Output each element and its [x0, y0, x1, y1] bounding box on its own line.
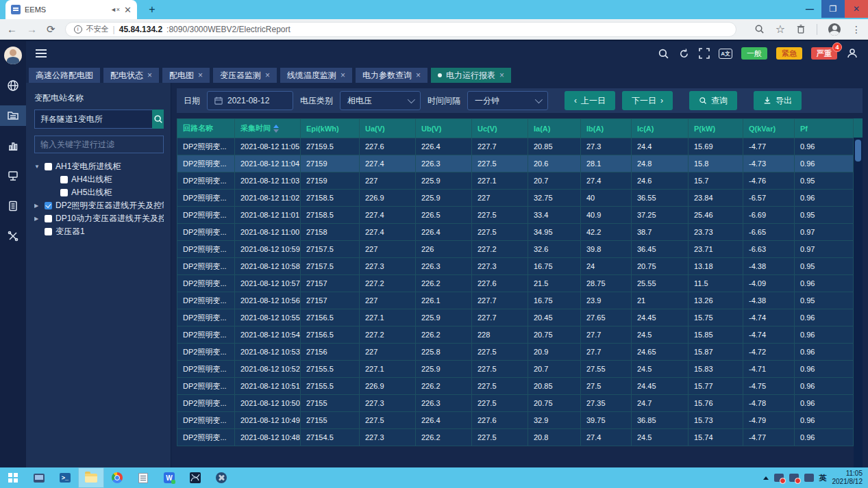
- wps-icon[interactable]: W: [156, 467, 182, 488]
- alarm-badge-general[interactable]: 一般: [741, 47, 767, 60]
- tree-item[interactable]: AH4出线柜: [34, 173, 164, 185]
- navicat-icon[interactable]: [182, 467, 208, 488]
- trash-icon[interactable]: [796, 24, 806, 34]
- table-row[interactable]: DP2照明变...2021-08-12 10:5427156.5227.2226…: [177, 326, 854, 344]
- tree-item[interactable]: ▼AH1变电所进线柜: [34, 160, 164, 172]
- address-bar[interactable]: i 不安全 | 45.84.134.2 :8090/3000WEBV2/Elec…: [65, 22, 736, 37]
- column-header[interactable]: P(kW): [689, 119, 743, 138]
- tools-icon[interactable]: [0, 226, 26, 246]
- table-row[interactable]: DP2照明变...2021-08-12 11:0527159.5227.6226…: [177, 138, 854, 155]
- report-module-icon[interactable]: [0, 105, 26, 126]
- interval-select[interactable]: 一分钟: [467, 91, 548, 110]
- table-row[interactable]: DP2照明变...2021-08-12 10:5027155227.3226.3…: [177, 395, 854, 412]
- column-header[interactable]: Ia(A): [528, 119, 581, 138]
- bookmark-star-icon[interactable]: ☆: [776, 24, 785, 35]
- tray-expand-icon[interactable]: [763, 476, 769, 480]
- previous-day-button[interactable]: ‹上一日: [565, 91, 615, 110]
- tree-checkbox[interactable]: [45, 202, 52, 209]
- tree-checkbox[interactable]: [45, 163, 52, 170]
- tree-checkbox[interactable]: [45, 228, 52, 235]
- column-header[interactable]: 采集时间: [235, 119, 301, 138]
- tree-checkbox[interactable]: [45, 215, 52, 222]
- close-tab-icon[interactable]: ×: [147, 70, 152, 80]
- tree-expander-icon[interactable]: ▶: [34, 203, 41, 209]
- table-row[interactable]: DP2照明变...2021-08-12 11:0427159227.4226.3…: [177, 155, 854, 172]
- powershell-icon[interactable]: >_: [52, 467, 78, 488]
- voltage-type-select[interactable]: 相电压: [340, 91, 421, 110]
- column-header[interactable]: 回路名称: [177, 119, 235, 138]
- table-row[interactable]: DP2照明变...2021-08-12 10:5227155.5227.1225…: [177, 361, 854, 378]
- file-explorer-pc-icon[interactable]: [26, 467, 52, 488]
- close-tab-icon[interactable]: ×: [416, 70, 421, 80]
- table-row[interactable]: DP2照明变...2021-08-12 10:5127155.5226.9226…: [177, 378, 854, 395]
- window-minimize-button[interactable]: —: [798, 0, 821, 18]
- column-header[interactable]: Ic(A): [632, 119, 689, 138]
- table-scrollbar[interactable]: [854, 118, 863, 469]
- tab-item[interactable]: 配电图×: [162, 68, 210, 83]
- column-header[interactable]: Ub(V): [416, 119, 472, 138]
- browser-tab[interactable]: EEMS ◄× ✕: [5, 0, 137, 19]
- table-row[interactable]: DP2照明变...2021-08-12 10:4827154.5227.3226…: [177, 429, 854, 446]
- ime-tool-icon[interactable]: [804, 474, 814, 482]
- tab-item[interactable]: 电力参数查询×: [356, 68, 427, 83]
- tree-item[interactable]: 变压器1: [34, 225, 164, 237]
- sort-icon[interactable]: [273, 125, 279, 133]
- tab-mute-icon[interactable]: ◄×: [110, 6, 120, 13]
- table-row[interactable]: DP2照明变...2021-08-12 10:4927155227.5226.4…: [177, 412, 854, 429]
- close-tab-icon[interactable]: ×: [499, 70, 504, 80]
- close-tab-icon[interactable]: ×: [198, 70, 203, 80]
- column-header[interactable]: Pf: [795, 119, 854, 138]
- start-button[interactable]: [0, 467, 26, 488]
- profile-avatar[interactable]: [828, 23, 841, 36]
- menu-toggle-icon[interactable]: [36, 49, 47, 57]
- table-row[interactable]: DP2照明变...2021-08-12 10:5527156.5227.1225…: [177, 309, 854, 326]
- query-button[interactable]: 查询: [689, 91, 737, 110]
- tree-expander-icon[interactable]: ▶: [34, 216, 41, 222]
- alarm-badge-severe[interactable]: 严重4: [811, 47, 837, 60]
- tree-item[interactable]: ▶DP10动力变压器进线开关及控制室: [34, 212, 164, 224]
- station-search-button[interactable]: [152, 110, 164, 129]
- tree-filter-input[interactable]: [34, 136, 164, 153]
- date-picker[interactable]: 2021-08-12: [207, 91, 293, 110]
- tree-expander-icon[interactable]: ▼: [34, 164, 41, 170]
- tab-close-icon[interactable]: ✕: [124, 5, 132, 15]
- browser-menu-icon[interactable]: ⋮: [852, 25, 861, 34]
- scrollbar-thumb[interactable]: [855, 140, 861, 162]
- bar-chart-icon[interactable]: [0, 136, 26, 156]
- back-icon[interactable]: ←: [7, 24, 17, 34]
- folder-icon[interactable]: [78, 467, 104, 488]
- tab-item[interactable]: 电力运行报表×: [431, 68, 511, 83]
- alarm-badge-urgent[interactable]: 紧急: [776, 47, 802, 60]
- column-header[interactable]: Epi(kWh): [301, 119, 360, 138]
- tab-item[interactable]: 高速公路配电图: [29, 68, 100, 83]
- table-row[interactable]: DP2照明变...2021-08-12 10:5327156227225.822…: [177, 344, 854, 361]
- table-row[interactable]: DP2照明变...2021-08-12 11:0027158227.4226.4…: [177, 224, 854, 241]
- column-header[interactable]: Ib(A): [581, 119, 632, 138]
- network-error-icon[interactable]: [789, 474, 799, 482]
- table-row[interactable]: DP2照明变...2021-08-12 11:0327159227225.922…: [177, 172, 854, 190]
- user-icon[interactable]: [846, 47, 858, 60]
- tree-item[interactable]: ▶DP2照明变压器进线开关及控制室: [34, 199, 164, 211]
- device-monitor-icon[interactable]: [0, 166, 26, 186]
- close-tab-icon[interactable]: ×: [265, 70, 270, 80]
- table-row[interactable]: DP2照明变...2021-08-12 10:5627157227226.122…: [177, 292, 854, 309]
- site-info-icon[interactable]: i: [74, 25, 82, 34]
- column-header[interactable]: Q(kVar): [743, 119, 795, 138]
- table-row[interactable]: DP2照明变...2021-08-12 10:5827157.5227.3226…: [177, 258, 854, 275]
- reload-icon[interactable]: ⟳: [47, 24, 55, 34]
- tab-item[interactable]: 变压器监测×: [213, 68, 277, 83]
- next-day-button[interactable]: 下一日›: [622, 91, 673, 110]
- station-search-input[interactable]: [34, 110, 152, 129]
- table-row[interactable]: DP2照明变...2021-08-12 10:5727157227.2226.2…: [177, 275, 854, 292]
- column-header[interactable]: Uc(V): [472, 119, 528, 138]
- close-tab-icon[interactable]: ×: [340, 70, 345, 80]
- volume-muted-icon[interactable]: [774, 474, 784, 482]
- report-app-icon[interactable]: [130, 467, 156, 488]
- tab-item[interactable]: 配电状态×: [103, 68, 159, 83]
- tab-item[interactable]: 线缆温度监测×: [280, 68, 352, 83]
- table-row[interactable]: DP2照明变...2021-08-12 10:5927157.522722622…: [177, 241, 854, 258]
- globe-icon[interactable]: [0, 75, 26, 96]
- translate-icon[interactable]: A文: [719, 49, 732, 59]
- column-header[interactable]: Ua(V): [360, 119, 416, 138]
- tree-checkbox[interactable]: [60, 176, 68, 183]
